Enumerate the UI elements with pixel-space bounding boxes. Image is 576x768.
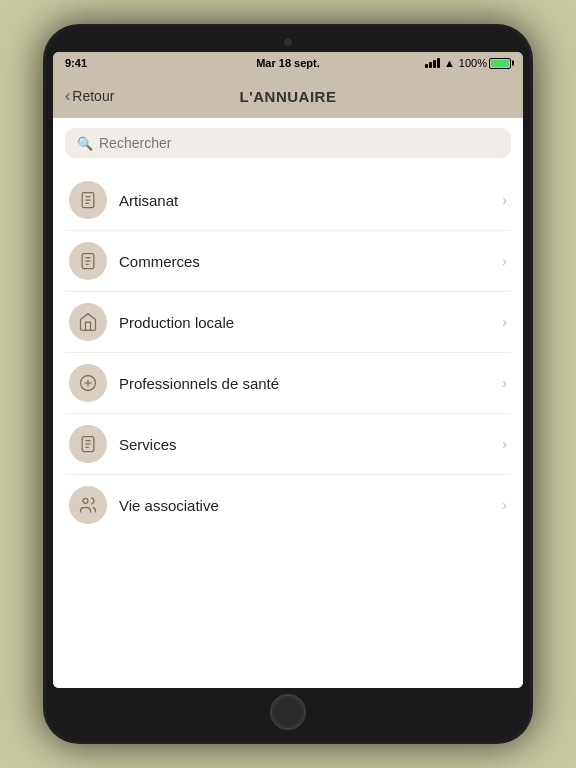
device: 9:41 Mar 18 sept. ▲ 100% <box>43 24 533 744</box>
vie-associative-icon-circle <box>69 486 107 524</box>
status-bar: 9:41 Mar 18 sept. ▲ 100% <box>53 52 523 74</box>
signal-bars-icon <box>425 58 440 68</box>
commerces-icon-circle <box>69 242 107 280</box>
battery-icon <box>489 58 511 69</box>
signal-bar-1 <box>425 64 428 68</box>
services-chevron-icon: › <box>502 436 507 452</box>
artisanat-icon <box>78 190 98 210</box>
list-item-professionnels-sante[interactable]: Professionnels de santé › <box>65 353 511 414</box>
vie-associative-icon <box>78 495 98 515</box>
content-area: 🔍 Artisanat › <box>53 118 523 688</box>
menu-list: Artisanat › Commerces › <box>65 170 511 535</box>
wifi-icon: ▲ <box>444 57 455 69</box>
search-input[interactable] <box>99 135 499 151</box>
commerces-label: Commerces <box>119 253 490 270</box>
signal-bar-3 <box>433 60 436 68</box>
production-locale-icon-circle <box>69 303 107 341</box>
vie-associative-chevron-icon: › <box>502 497 507 513</box>
list-item-commerces[interactable]: Commerces › <box>65 231 511 292</box>
professionnels-sante-icon <box>78 373 98 393</box>
back-label: Retour <box>72 88 114 104</box>
list-item-services[interactable]: Services › <box>65 414 511 475</box>
commerces-icon <box>78 251 98 271</box>
artisanat-icon-circle <box>69 181 107 219</box>
device-top <box>53 34 523 52</box>
status-date: Mar 18 sept. <box>256 57 320 69</box>
commerces-chevron-icon: › <box>502 253 507 269</box>
vie-associative-label: Vie associative <box>119 497 490 514</box>
artisanat-label: Artisanat <box>119 192 490 209</box>
production-locale-label: Production locale <box>119 314 490 331</box>
signal-bar-4 <box>437 58 440 68</box>
services-icon <box>78 434 98 454</box>
professionnels-sante-label: Professionnels de santé <box>119 375 490 392</box>
battery-fill <box>491 60 509 67</box>
list-item-artisanat[interactable]: Artisanat › <box>65 170 511 231</box>
screen: 9:41 Mar 18 sept. ▲ 100% <box>53 52 523 688</box>
list-item-production-locale[interactable]: Production locale › <box>65 292 511 353</box>
back-chevron-icon: ‹ <box>65 87 70 105</box>
nav-bar: ‹ Retour L'ANNUAIRE <box>53 74 523 118</box>
signal-bar-2 <box>429 62 432 68</box>
battery-container: 100% <box>459 57 511 69</box>
search-bar[interactable]: 🔍 <box>65 128 511 158</box>
battery-percentage: 100% <box>459 57 487 69</box>
production-locale-icon <box>78 312 98 332</box>
artisanat-chevron-icon: › <box>502 192 507 208</box>
status-right: ▲ 100% <box>425 57 511 69</box>
camera <box>284 38 292 46</box>
svg-point-15 <box>83 498 88 503</box>
home-button[interactable] <box>270 694 306 730</box>
services-icon-circle <box>69 425 107 463</box>
professionnels-sante-icon-circle <box>69 364 107 402</box>
professionnels-sante-chevron-icon: › <box>502 375 507 391</box>
nav-title: L'ANNUAIRE <box>240 88 337 105</box>
list-item-vie-associative[interactable]: Vie associative › <box>65 475 511 535</box>
device-bottom <box>53 688 523 734</box>
status-time: 9:41 <box>65 57 87 69</box>
search-icon: 🔍 <box>77 136 93 151</box>
services-label: Services <box>119 436 490 453</box>
back-button[interactable]: ‹ Retour <box>65 87 114 105</box>
production-locale-chevron-icon: › <box>502 314 507 330</box>
